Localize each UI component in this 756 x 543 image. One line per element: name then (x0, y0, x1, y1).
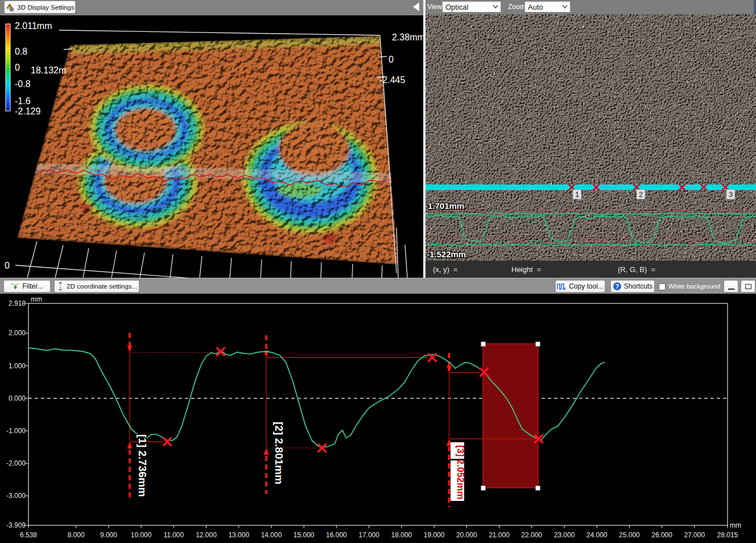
svg-text:1.000: 1.000 (9, 362, 26, 370)
svg-text:18.000: 18.000 (391, 531, 412, 539)
svg-text:2.38mm: 2.38mm (392, 32, 423, 42)
svg-text:(R, G, B) =: (R, G, B) = (618, 265, 655, 274)
svg-text:1.701mm: 1.701mm (428, 201, 464, 211)
svg-text:[3] 2.052mm: [3] 2.052mm (456, 445, 466, 499)
svg-text:2.918: 2.918 (9, 299, 26, 307)
svg-text:18.132m: 18.132m (31, 65, 66, 75)
svg-text:-1.000: -1.000 (6, 427, 26, 435)
svg-text:Height =: Height = (511, 265, 541, 274)
svg-text:2.011mm: 2.011mm (15, 21, 52, 31)
svg-text:8.000: 8.000 (68, 531, 85, 539)
svg-text:21.000: 21.000 (489, 531, 510, 539)
svg-text:-2.129: -2.129 (15, 106, 40, 116)
svg-text:(x, y) =: (x, y) = (433, 265, 458, 274)
svg-text:27.000: 27.000 (684, 531, 705, 539)
svg-text:2.000: 2.000 (9, 329, 26, 337)
svg-text:14.000: 14.000 (261, 531, 282, 539)
svg-text:-2.445: -2.445 (379, 75, 405, 85)
svg-text:17.000: 17.000 (358, 531, 379, 539)
svg-text:6.538: 6.538 (20, 531, 37, 539)
svg-text:1: 1 (575, 190, 579, 199)
svg-text:0: 0 (5, 261, 10, 270)
svg-text:11.000: 11.000 (163, 531, 184, 539)
svg-text:0.000: 0.000 (9, 394, 26, 402)
svg-text:-3.909: -3.909 (6, 521, 26, 529)
svg-text:24.000: 24.000 (586, 531, 608, 539)
svg-text:15.000: 15.000 (294, 531, 315, 539)
svg-text:-1.6: -1.6 (15, 96, 31, 106)
svg-text:3: 3 (729, 190, 733, 199)
svg-text:2: 2 (639, 190, 643, 199)
svg-text:[2] 2.801mm: [2] 2.801mm (273, 422, 285, 484)
svg-text:-3.000: -3.000 (6, 492, 26, 500)
svg-text:20.000: 20.000 (456, 531, 477, 539)
svg-text:-2.000: -2.000 (6, 459, 26, 467)
svg-text:-0.8: -0.8 (15, 79, 31, 89)
svg-text:mm: mm (730, 521, 741, 529)
svg-text:16.000: 16.000 (326, 531, 347, 539)
svg-text:23.000: 23.000 (554, 531, 575, 539)
svg-text:26.000: 26.000 (651, 531, 672, 539)
svg-text:mm: mm (31, 295, 42, 303)
svg-text:19.000: 19.000 (424, 531, 445, 539)
svg-text:[1] 2.736mm: [1] 2.736mm (137, 434, 148, 497)
svg-text:?: ? (615, 283, 619, 290)
svg-text:-1.522mm: -1.522mm (427, 249, 466, 259)
svg-text:28.015: 28.015 (717, 531, 738, 539)
svg-text:25.000: 25.000 (619, 531, 640, 539)
svg-text:10.000: 10.000 (131, 531, 152, 539)
svg-text:13.000: 13.000 (228, 531, 249, 539)
svg-text:9.000: 9.000 (100, 531, 117, 539)
svg-text:0: 0 (389, 55, 394, 64)
svg-text:0.8: 0.8 (15, 47, 27, 56)
svg-text:22.000: 22.000 (521, 531, 542, 539)
svg-text:12.000: 12.000 (196, 531, 217, 539)
svg-text:0: 0 (15, 63, 20, 72)
